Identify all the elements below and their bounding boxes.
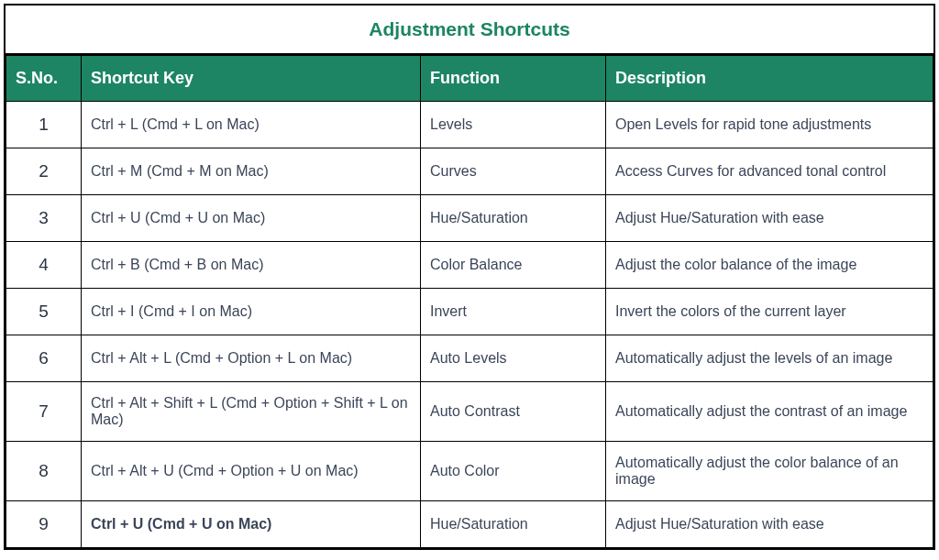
cell-shortcut: Ctrl + B (Cmd + B on Mac) bbox=[82, 242, 421, 289]
cell-description: Open Levels for rapid tone adjustments bbox=[606, 102, 933, 148]
cell-function: Invert bbox=[421, 289, 606, 335]
cell-shortcut: Ctrl + Alt + Shift + L (Cmd + Option + S… bbox=[82, 382, 421, 442]
cell-sno: 1 bbox=[6, 102, 82, 148]
table-row: 1Ctrl + L (Cmd + L on Mac)LevelsOpen Lev… bbox=[6, 102, 933, 148]
table-body: 1Ctrl + L (Cmd + L on Mac)LevelsOpen Lev… bbox=[6, 102, 933, 548]
table-row: 7Ctrl + Alt + Shift + L (Cmd + Option + … bbox=[6, 382, 933, 442]
cell-function: Hue/Saturation bbox=[421, 195, 606, 242]
shortcuts-table-container: Adjustment Shortcuts S.No. Shortcut Key … bbox=[4, 4, 935, 550]
cell-function: Auto Color bbox=[421, 442, 606, 501]
header-function: Function bbox=[421, 56, 606, 102]
table-row: 2Ctrl + M (Cmd + M on Mac)CurvesAccess C… bbox=[6, 148, 933, 195]
table-row: 4Ctrl + B (Cmd + B on Mac)Color BalanceA… bbox=[6, 242, 933, 289]
table-row: 8Ctrl + Alt + U (Cmd + Option + U on Mac… bbox=[6, 442, 933, 501]
cell-sno: 4 bbox=[6, 242, 82, 289]
table-row: 9Ctrl + U (Cmd + U on Mac)Hue/Saturation… bbox=[6, 501, 933, 548]
cell-description: Automatically adjust the contrast of an … bbox=[606, 382, 933, 442]
cell-function: Levels bbox=[421, 102, 606, 148]
cell-function: Auto Contrast bbox=[421, 382, 606, 442]
cell-sno: 7 bbox=[6, 382, 82, 442]
table-row: 6Ctrl + Alt + L (Cmd + Option + L on Mac… bbox=[6, 335, 933, 382]
cell-description: Adjust Hue/Saturation with ease bbox=[606, 195, 933, 242]
cell-sno: 2 bbox=[6, 148, 82, 195]
cell-description: Automatically adjust the color balance o… bbox=[606, 442, 933, 501]
cell-function: Curves bbox=[421, 148, 606, 195]
table-title: Adjustment Shortcuts bbox=[6, 5, 933, 55]
cell-sno: 8 bbox=[6, 442, 82, 501]
table-row: 5Ctrl + I (Cmd + I on Mac)InvertInvert t… bbox=[6, 289, 933, 335]
header-sno: S.No. bbox=[6, 56, 82, 102]
cell-description: Invert the colors of the current layer bbox=[606, 289, 933, 335]
cell-shortcut: Ctrl + M (Cmd + M on Mac) bbox=[82, 148, 421, 195]
cell-shortcut: Ctrl + U (Cmd + U on Mac) bbox=[82, 195, 421, 242]
cell-function: Color Balance bbox=[421, 242, 606, 289]
cell-sno: 9 bbox=[6, 501, 82, 548]
cell-shortcut: Ctrl + Alt + L (Cmd + Option + L on Mac) bbox=[82, 335, 421, 382]
cell-sno: 5 bbox=[6, 289, 82, 335]
shortcuts-table: S.No. Shortcut Key Function Description … bbox=[6, 55, 933, 548]
cell-description: Automatically adjust the levels of an im… bbox=[606, 335, 933, 382]
cell-shortcut: Ctrl + L (Cmd + L on Mac) bbox=[82, 102, 421, 148]
cell-sno: 3 bbox=[6, 195, 82, 242]
cell-function: Hue/Saturation bbox=[421, 501, 606, 548]
header-shortcut: Shortcut Key bbox=[82, 56, 421, 102]
table-row: 3Ctrl + U (Cmd + U on Mac)Hue/Saturation… bbox=[6, 195, 933, 242]
cell-shortcut: Ctrl + Alt + U (Cmd + Option + U on Mac) bbox=[82, 442, 421, 501]
cell-shortcut: Ctrl + U (Cmd + U on Mac) bbox=[82, 501, 421, 548]
header-description: Description bbox=[606, 56, 933, 102]
cell-sno: 6 bbox=[6, 335, 82, 382]
cell-function: Auto Levels bbox=[421, 335, 606, 382]
cell-description: Adjust Hue/Saturation with ease bbox=[606, 501, 933, 548]
cell-description: Access Curves for advanced tonal control bbox=[606, 148, 933, 195]
cell-shortcut: Ctrl + I (Cmd + I on Mac) bbox=[82, 289, 421, 335]
cell-description: Adjust the color balance of the image bbox=[606, 242, 933, 289]
header-row: S.No. Shortcut Key Function Description bbox=[6, 56, 933, 102]
